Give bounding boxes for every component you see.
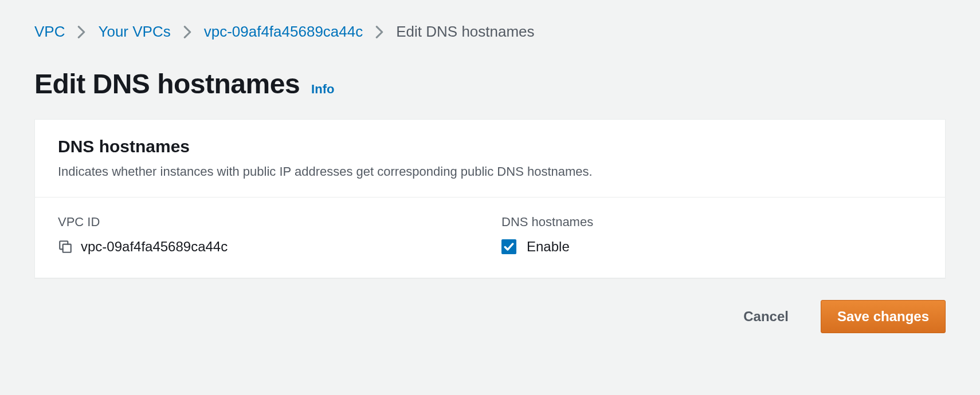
enable-checkbox-label: Enable — [527, 239, 570, 255]
breadcrumb-link-vpc[interactable]: VPC — [34, 23, 65, 41]
cancel-button[interactable]: Cancel — [727, 300, 805, 333]
breadcrumb-link-vpc-id[interactable]: vpc-09af4fa45689ca44c — [204, 23, 363, 41]
info-link[interactable]: Info — [311, 82, 334, 97]
panel-description: Indicates whether instances with public … — [58, 162, 922, 181]
panel-heading: DNS hostnames — [58, 137, 922, 156]
breadcrumb-current: Edit DNS hostnames — [396, 23, 534, 41]
chevron-right-icon — [183, 26, 191, 38]
dns-hostnames-panel: DNS hostnames Indicates whether instance… — [34, 119, 946, 278]
copy-icon[interactable] — [58, 239, 73, 254]
enable-dns-hostnames-checkbox[interactable]: Enable — [501, 239, 922, 255]
svg-rect-0 — [63, 244, 71, 252]
save-changes-button[interactable]: Save changes — [821, 300, 946, 333]
dns-hostnames-field-label: DNS hostnames — [501, 215, 922, 230]
vpc-id-value: vpc-09af4fa45689ca44c — [81, 239, 228, 255]
breadcrumb: VPC Your VPCs vpc-09af4fa45689ca44c Edit… — [34, 23, 946, 41]
vpc-id-label: VPC ID — [58, 215, 479, 230]
chevron-right-icon — [375, 26, 383, 38]
breadcrumb-link-your-vpcs[interactable]: Your VPCs — [98, 23, 170, 41]
page-title: Edit DNS hostnames — [34, 68, 300, 100]
chevron-right-icon — [77, 26, 85, 38]
checkbox-checked-icon — [501, 239, 516, 254]
